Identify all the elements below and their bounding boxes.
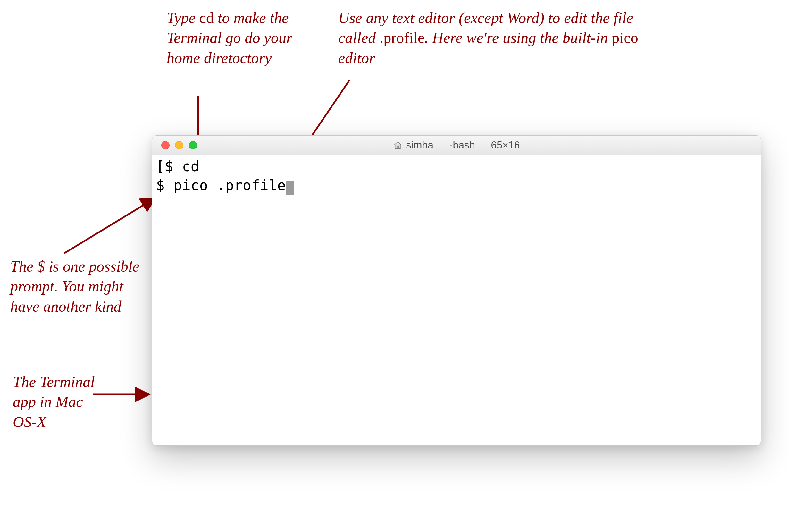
annotation-prompt: The $ is one possible prompt. You might … [10,257,145,316]
terminal-line-2-text: $ pico .profile [156,177,286,193]
annotation-appnote: The Terminal app in Mac OS-X [13,372,96,432]
annotation-editor: Use any text editor (except Word) to edi… [338,8,639,68]
annotation-cd: Type cd to make the Terminal go do your … [167,8,317,68]
svg-rect-5 [397,146,398,149]
annotation-cd-pre: Type [167,9,199,26]
cursor-icon [286,180,294,195]
annotation-cd-code: cd [199,9,214,26]
terminal-line-2: $ pico .profile [156,176,757,195]
annotation-editor-code2: pico [612,29,638,46]
terminal-body[interactable]: [$ cd $ pico .profile [152,155,761,197]
window-title: simha — -bash — 65×16 [406,139,520,151]
traffic-lights [152,141,197,150]
annotation-editor-code1: .profile [379,29,425,46]
minimize-icon[interactable] [175,141,183,150]
terminal-line-1: [$ cd [156,157,757,176]
annotation-appnote-text: The Terminal app in Mac OS-X [13,373,95,430]
annotation-prompt-text: The $ is one possible prompt. You might … [10,258,139,315]
home-icon [393,141,402,150]
annotation-editor-post2: editor [338,50,375,66]
terminal-window[interactable]: simha — -bash — 65×16 [$ cd $ pico .prof… [152,135,761,446]
maximize-icon[interactable] [189,141,197,150]
close-icon[interactable] [161,141,170,150]
titlebar[interactable]: simha — -bash — 65×16 [152,136,761,155]
svg-line-2 [64,199,154,253]
annotation-editor-post: . Here we're using the built-in [425,29,612,46]
window-title-area: simha — -bash — 65×16 [393,139,520,151]
terminal-line-1-text: [$ cd [156,158,199,174]
